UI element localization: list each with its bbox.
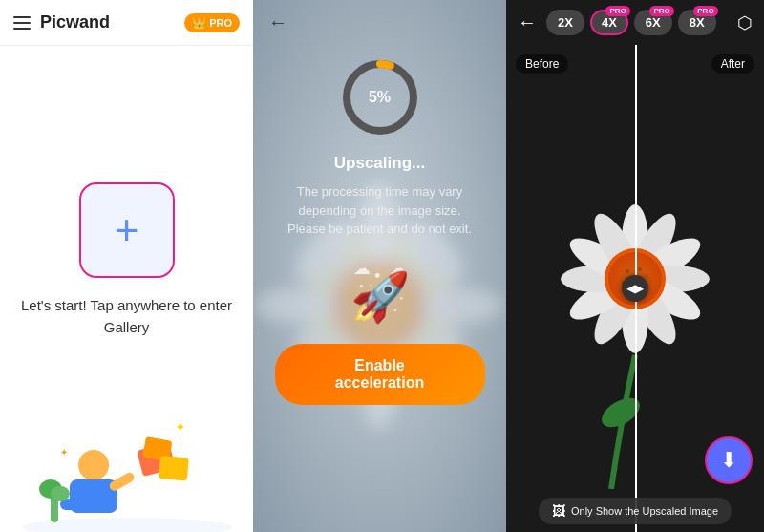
image-compare[interactable]: Before After ◀▶ ⬇ 🖼 Only Show the Upscal… <box>506 45 764 532</box>
upscaling-desc: The processing time may vary depending o… <box>272 182 487 239</box>
download-icon: ⬇ <box>720 450 737 471</box>
crown-icon: 👑 <box>192 16 206 30</box>
panel3-header: ← 2X 4XPRO 6XPRO 8XPRO ⬡ <box>506 0 764 45</box>
svg-text:✦: ✦ <box>60 447 68 458</box>
handle-arrows-icon: ◀▶ <box>626 282 644 295</box>
compare-handle[interactable]: ◀▶ <box>622 275 648 302</box>
header: Picwand 👑 PRO <box>0 0 253 46</box>
svg-point-11 <box>51 486 70 501</box>
panel2-body: 5% Upscaling... The processing time may … <box>253 45 506 532</box>
after-label: After <box>711 54 754 74</box>
add-photo-button[interactable]: + <box>79 182 175 278</box>
only-show-bar[interactable]: 🖼 Only Show the Upscaled Image <box>539 498 732 524</box>
progress-percent: 5% <box>369 89 391 106</box>
svg-rect-4 <box>91 499 115 510</box>
rocket-icon: 🚀 <box>350 270 410 324</box>
menu-button[interactable] <box>13 16 31 30</box>
svg-point-1 <box>78 450 109 480</box>
enable-acceleration-button[interactable]: Enable acceleration <box>275 344 485 405</box>
svg-rect-8 <box>158 456 188 481</box>
plus-icon: + <box>115 209 139 251</box>
progress-ring-container: 5% <box>337 54 423 140</box>
panel-compare: ← 2X 4XPRO 6XPRO 8XPRO ⬡ <box>506 0 764 532</box>
scale-2x-button[interactable]: 2X <box>546 10 584 35</box>
panel-home: Picwand 👑 PRO + Let's start! Tap anywher… <box>0 0 253 532</box>
panel-upscaling: ← 5% Upscaling... The processing time ma… <box>253 0 506 532</box>
only-show-label: Only Show the Upscaled Image <box>571 505 718 517</box>
rocket-illustration: ☁ ☁ 🚀 <box>350 258 410 325</box>
app-title: Picwand <box>40 12 184 32</box>
start-text: Let's start! Tap anywhere to enterGaller… <box>21 295 232 338</box>
upscaling-title: Upscaling... <box>334 154 425 173</box>
scale-6x-button[interactable]: 6XPRO <box>634 10 672 35</box>
svg-point-43 <box>638 267 642 271</box>
scale-8x-button[interactable]: 8XPRO <box>678 10 716 35</box>
scale-options: 2X 4XPRO 6XPRO 8XPRO <box>546 10 737 35</box>
back-button[interactable]: ← <box>268 11 287 32</box>
svg-point-42 <box>626 269 629 273</box>
share-icon[interactable]: ⬡ <box>737 12 753 33</box>
pro-badge[interactable]: 👑 PRO <box>184 13 240 32</box>
illustration-svg: ✦ ✦ <box>12 408 242 532</box>
panel2-header: ← <box>253 0 506 45</box>
svg-point-48 <box>645 274 648 278</box>
home-illustration: ✦ ✦ <box>0 398 253 532</box>
scale-6x-badge: PRO <box>649 6 673 16</box>
scale-4x-badge: PRO <box>605 6 629 16</box>
scale-8x-badge: PRO <box>693 6 717 16</box>
scale-4x-button[interactable]: 4XPRO <box>590 10 628 35</box>
back-button-white[interactable]: ← <box>518 11 537 33</box>
svg-text:✦: ✦ <box>175 419 186 435</box>
image-icon: 🖼 <box>552 503 565 519</box>
before-label: Before <box>516 54 568 74</box>
download-button[interactable]: ⬇ <box>705 436 753 484</box>
